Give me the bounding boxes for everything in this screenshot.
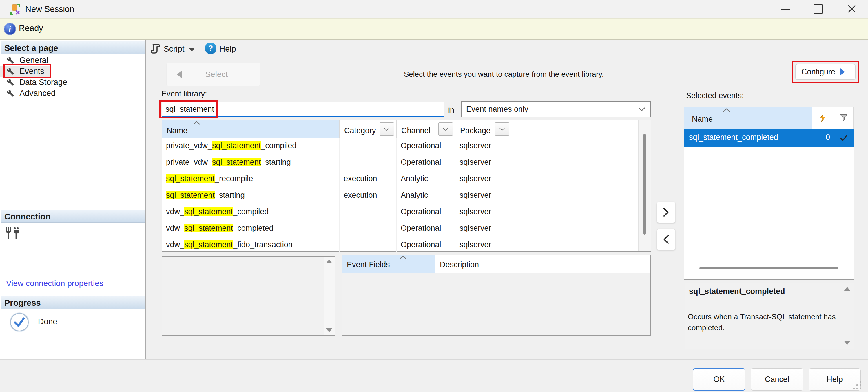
library-vertical-scrollbar[interactable] <box>638 121 651 251</box>
channel-filter-dropdown[interactable] <box>438 123 453 136</box>
maximize-button[interactable] <box>805 0 832 18</box>
lightning-icon <box>819 113 827 122</box>
select-button-label: Select <box>182 70 251 79</box>
event-row[interactable]: vdw_sql_statement_compiledOperationalsql… <box>162 204 638 220</box>
event-fields-panel: Event Fields Description <box>342 255 651 335</box>
horizontal-scrollbar-thumb[interactable] <box>700 267 838 269</box>
sidebar-item-advanced[interactable]: Advanced <box>0 88 99 99</box>
scroll-up-icon[interactable] <box>326 259 332 263</box>
maximize-icon <box>813 4 823 13</box>
column-header-category[interactable]: Category <box>340 121 397 138</box>
event-cell <box>340 204 397 220</box>
script-dropdown-caret-icon[interactable] <box>189 48 194 52</box>
configure-button-label: Configure <box>801 67 835 76</box>
configure-button[interactable]: Configure <box>795 64 856 79</box>
sidebar-item-events[interactable]: Events <box>0 66 50 77</box>
column-header-package[interactable]: Package <box>456 121 512 138</box>
event-row[interactable]: vdw_sql_statement_completedOperationalsq… <box>162 220 638 237</box>
event-cell <box>512 220 638 236</box>
column-label: Channel <box>401 126 431 135</box>
event-cell: Analytic <box>397 187 456 203</box>
forward-arrow-icon <box>840 68 845 75</box>
panel-vertical-scrollbar[interactable] <box>324 257 335 335</box>
event-cell: sqlserver <box>456 220 512 236</box>
event-row[interactable]: sql_statement_recompileexecutionAnalytic… <box>162 171 638 187</box>
event-name-cell: private_vdw_sql_statement_compiled <box>162 138 340 154</box>
column-header-filter[interactable] <box>834 107 854 129</box>
help-toolbar-button[interactable]: Help <box>219 44 236 54</box>
remove-event-button[interactable] <box>656 229 676 250</box>
connection-header: Connection <box>1 209 145 223</box>
scroll-down-icon[interactable] <box>844 341 850 345</box>
column-header-actions[interactable] <box>812 107 834 129</box>
view-connection-properties-link[interactable]: View connection properties <box>6 279 103 288</box>
event-cell: sqlserver <box>456 204 512 220</box>
description-vertical-scrollbar[interactable] <box>841 284 854 349</box>
sidebar-item-data-storage[interactable]: Data Storage <box>0 77 99 88</box>
help-circle-icon[interactable]: ? <box>205 42 216 54</box>
scrollbar-thumb[interactable] <box>644 134 646 234</box>
title-bar: New Session <box>0 0 868 18</box>
column-header-filler <box>525 255 650 273</box>
cancel-button[interactable]: Cancel <box>751 368 803 391</box>
event-row[interactable]: sql_statement_startingexecutionAnalytics… <box>162 187 638 204</box>
chevron-left-icon <box>663 235 669 244</box>
select-back-button[interactable]: Select <box>166 63 260 86</box>
close-button[interactable] <box>838 0 865 18</box>
event-cell: sqlserver <box>456 237 512 253</box>
wrench-icon <box>7 78 14 86</box>
column-header-channel[interactable]: Channel <box>397 121 456 138</box>
selected-event-count: 0 <box>812 129 834 147</box>
event-cell: sqlserver <box>456 187 512 203</box>
minimize-button[interactable] <box>772 0 799 18</box>
event-cell <box>512 138 638 154</box>
event-description-title: sql_statement_completed <box>689 287 785 296</box>
event-cell: sqlserver <box>456 171 512 187</box>
sidebar: Select a page General Events Data Storag… <box>0 40 146 359</box>
column-header-name[interactable]: Name <box>684 107 812 129</box>
help-button[interactable]: Help <box>809 368 861 391</box>
sidebar-item-label: Data Storage <box>20 77 67 87</box>
event-search-input[interactable] <box>162 102 444 117</box>
search-scope-dropdown[interactable]: Event names only <box>461 101 651 117</box>
chevron-down-icon <box>443 128 448 131</box>
package-filter-dropdown[interactable] <box>495 123 509 136</box>
new-session-dialog: New Session i Ready Select a page Genera… <box>0 0 868 392</box>
wrench-icon <box>7 57 14 64</box>
event-row[interactable]: vdw_sql_statement_fido_transactionOperat… <box>162 237 638 253</box>
scroll-down-icon[interactable] <box>326 328 332 332</box>
connection-icon <box>5 227 20 240</box>
sidebar-item-general[interactable]: General <box>0 55 99 66</box>
chevron-right-icon <box>663 207 669 217</box>
column-header-event-fields[interactable]: Event Fields <box>342 255 435 273</box>
chevron-down-icon <box>499 128 505 131</box>
checkmark-icon <box>834 129 854 147</box>
event-cell: execution <box>340 171 397 187</box>
script-button[interactable]: Script <box>164 44 185 54</box>
column-header-name[interactable]: Name <box>162 121 340 138</box>
wrench-icon <box>7 67 14 75</box>
event-name-cell: sql_statement_recompile <box>162 171 340 187</box>
event-cell <box>340 154 397 170</box>
event-row[interactable]: private_vdw_sql_statement_startingOperat… <box>162 154 638 171</box>
library-table-body: private_vdw_sql_statement_compiledOperat… <box>162 138 638 253</box>
column-header-description[interactable]: Description <box>435 255 525 273</box>
selected-event-row[interactable]: sql_statement_completed 0 <box>684 129 854 147</box>
chevron-down-icon <box>638 107 646 111</box>
event-cell: execution <box>340 187 397 203</box>
category-filter-dropdown[interactable] <box>379 123 394 136</box>
script-scroll-icon <box>150 42 161 55</box>
event-cell <box>340 220 397 236</box>
scroll-up-icon[interactable] <box>844 287 850 291</box>
event-cell <box>512 171 638 187</box>
resize-grip[interactable] <box>853 381 862 390</box>
column-label: Package <box>460 126 491 135</box>
app-icon <box>10 4 21 15</box>
ok-button[interactable]: OK <box>693 368 745 391</box>
column-header-filler <box>512 121 638 138</box>
event-row[interactable]: private_vdw_sql_statement_compiledOperat… <box>162 138 638 154</box>
search-match-highlight: sql_statement <box>212 141 261 150</box>
column-label: Description <box>440 260 479 269</box>
status-text: Ready <box>19 24 43 33</box>
add-event-button[interactable] <box>656 201 676 223</box>
